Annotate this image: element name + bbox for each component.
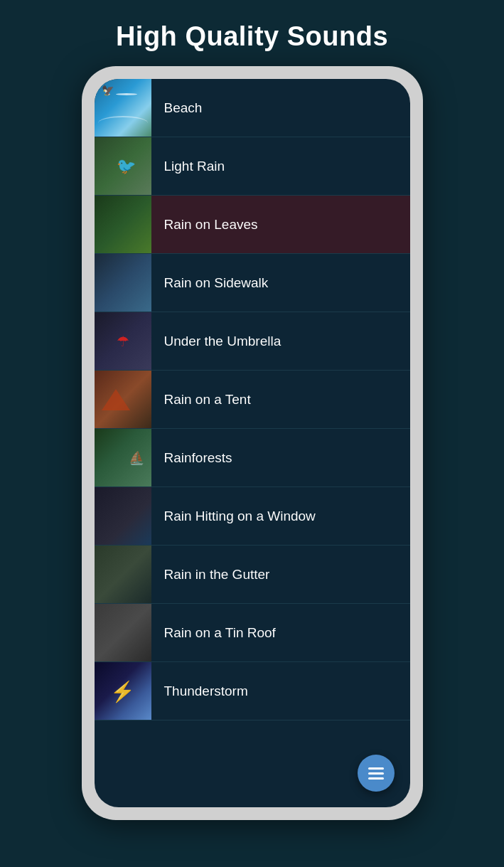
sound-list[interactable]: 🦅Beach🐦Light RainRain on LeavesRain on S…	[95, 79, 410, 807]
sound-label-rain-gutter: Rain in the Gutter	[151, 567, 410, 583]
sound-label-rain-leaves: Rain on Leaves	[151, 217, 410, 233]
sound-label-under-umbrella: Under the Umbrella	[151, 334, 410, 349]
sound-item-beach[interactable]: 🦅Beach	[95, 79, 410, 137]
phone-frame: 🦅Beach🐦Light RainRain on LeavesRain on S…	[82, 66, 423, 820]
sound-item-rain-tent[interactable]: Rain on a Tent	[95, 371, 410, 429]
sound-label-rain-tent: Rain on a Tent	[151, 392, 410, 408]
menu-fab-button[interactable]	[358, 755, 395, 792]
thumbnail-under-umbrella: ☂	[95, 312, 151, 371]
boat-icon: ⛵	[129, 450, 144, 466]
sound-label-rainforests: Rainforests	[151, 450, 410, 466]
sound-label-beach: Beach	[151, 100, 410, 116]
phone-screen: 🦅Beach🐦Light RainRain on LeavesRain on S…	[95, 79, 410, 807]
page-title: High Quality Sounds	[116, 21, 388, 52]
thumbnail-light-rain: 🐦	[95, 137, 151, 196]
sound-label-thunderstorm: Thunderstorm	[151, 684, 410, 699]
sound-item-rain-tin-roof[interactable]: Rain on a Tin Roof	[95, 604, 410, 662]
sound-item-rain-gutter[interactable]: Rain in the Gutter	[95, 546, 410, 604]
sound-item-rainforests[interactable]: ⛵Rainforests	[95, 429, 410, 487]
thumbnail-rain-tent	[95, 371, 151, 429]
sound-label-light-rain: Light Rain	[151, 159, 410, 174]
bird-icon: 🦅	[102, 85, 114, 96]
thumbnail-rain-gutter	[95, 546, 151, 604]
umbrella-icon: ☂	[117, 333, 129, 350]
sound-item-light-rain[interactable]: 🐦Light Rain	[95, 137, 410, 196]
lightning-icon: ⚡	[110, 679, 135, 703]
tent-icon	[102, 389, 130, 410]
thumbnail-rain-window	[95, 487, 151, 546]
sound-label-rain-tin-roof: Rain on a Tin Roof	[151, 625, 410, 641]
sound-label-rain-window: Rain Hitting on a Window	[151, 509, 410, 524]
bird-icon: 🐦	[117, 157, 136, 176]
sound-item-rain-leaves[interactable]: Rain on Leaves	[95, 196, 410, 254]
sound-item-rain-sidewalk[interactable]: Rain on Sidewalk	[95, 254, 410, 312]
sound-item-thunderstorm[interactable]: ⚡Thunderstorm	[95, 662, 410, 720]
sound-label-rain-sidewalk: Rain on Sidewalk	[151, 275, 410, 291]
hamburger-icon	[368, 767, 384, 780]
thumbnail-rain-sidewalk	[95, 254, 151, 312]
thumbnail-rain-leaves	[95, 196, 151, 254]
thumbnail-rain-tin-roof	[95, 604, 151, 662]
sound-item-under-umbrella[interactable]: ☂Under the Umbrella	[95, 312, 410, 371]
sound-item-rain-window[interactable]: Rain Hitting on a Window	[95, 487, 410, 546]
thumbnail-beach: 🦅	[95, 79, 151, 137]
thumbnail-rainforests: ⛵	[95, 429, 151, 487]
wave-decoration	[98, 116, 148, 130]
thumbnail-thunderstorm: ⚡	[95, 662, 151, 720]
